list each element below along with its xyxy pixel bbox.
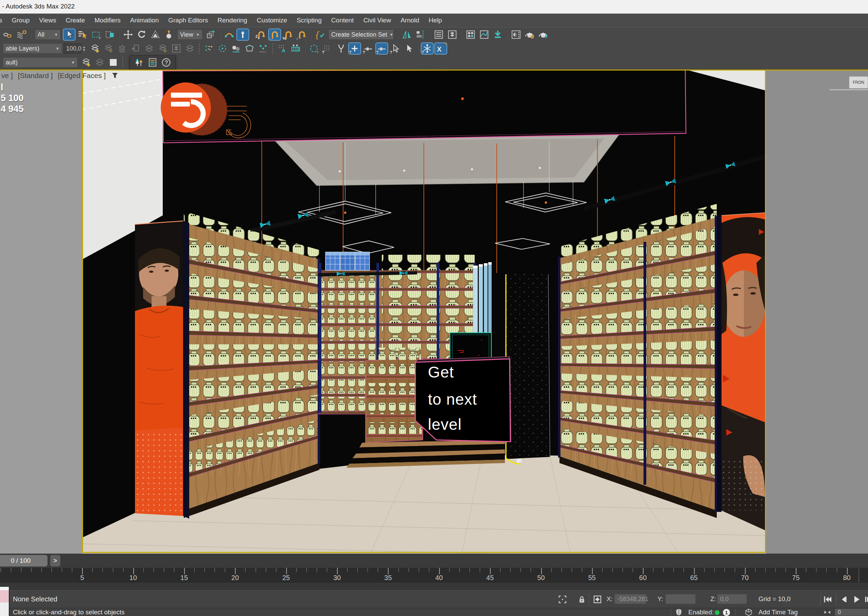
layer-stack-button[interactable] xyxy=(93,56,106,69)
array-tool-button[interactable] xyxy=(202,42,215,55)
isolate-selection-toggle[interactable] xyxy=(556,593,569,605)
macro-recorder-strip[interactable] xyxy=(0,590,9,602)
time-slider-track[interactable]: 0 / 100 > xyxy=(0,553,868,568)
value-spinner[interactable]: ▲▼ xyxy=(81,43,87,53)
y-coordinate-field[interactable] xyxy=(665,594,696,604)
selection-lock-toggle[interactable] xyxy=(576,593,588,605)
render-setup-button[interactable] xyxy=(523,28,536,41)
pick-pivot-button[interactable] xyxy=(335,42,348,55)
align-button[interactable] xyxy=(414,28,427,41)
soft-selection-button[interactable] xyxy=(307,42,320,55)
viewport-mask-left[interactable] xyxy=(0,69,82,553)
use-pivot-point-center-button[interactable] xyxy=(204,28,217,41)
mini-listener-strip[interactable] xyxy=(0,602,9,616)
freeze-override-toggle-button[interactable]: ? xyxy=(421,42,434,55)
viewport-mask-right[interactable] xyxy=(766,69,868,553)
menu-item-scripting[interactable]: Scripting xyxy=(297,17,322,24)
named-selection-sets-dropdown[interactable]: Create Selection Set▼ xyxy=(329,30,394,40)
window-crossing-toggle-button[interactable] xyxy=(103,28,116,41)
active-layer-dropdown[interactable]: ault)▼ xyxy=(3,57,78,68)
select-and-move-button[interactable] xyxy=(122,28,135,41)
toggle-layer-explorer-button[interactable] xyxy=(446,28,459,41)
menu-item-rendering[interactable]: Rendering xyxy=(218,17,248,24)
absolute-mode-transform-button[interactable] xyxy=(591,593,603,605)
previous-frame-button[interactable] xyxy=(837,593,850,605)
time-slider-handle[interactable]: 0 / 100 xyxy=(0,555,47,566)
x-override-toggle-button[interactable]: ? xyxy=(434,42,447,55)
spinner-snap-toggle-button[interactable]: ↕ xyxy=(295,28,308,41)
menu-item-group[interactable]: Group xyxy=(12,17,30,24)
menu-item-views[interactable]: Views xyxy=(39,17,56,24)
go-to-start-button[interactable] xyxy=(822,593,834,605)
menu-item-graph-editors[interactable]: Graph Editors xyxy=(168,17,208,24)
bind-to-space-warp-button[interactable] xyxy=(15,28,28,41)
menu-item-modifiers[interactable]: Modifiers xyxy=(95,17,121,24)
spacing-tool-button[interactable] xyxy=(216,42,229,55)
grid-snap-override-button[interactable]: ? xyxy=(321,42,334,55)
slider-snap-toggle-button[interactable]: ? xyxy=(375,42,388,55)
angle-snap-toggle-button[interactable]: ∟ xyxy=(268,28,281,41)
frame-number-field[interactable]: 0 xyxy=(835,608,868,616)
material-editor-button[interactable] xyxy=(509,28,522,41)
play-animation-button[interactable] xyxy=(850,593,863,605)
select-object-button[interactable] xyxy=(63,28,75,41)
perspective-viewport[interactable]: Get to next level xyxy=(82,69,766,553)
menu-item-animation[interactable]: Animation xyxy=(130,17,159,24)
menu-item-help[interactable]: Help xyxy=(429,17,442,24)
keyboard-panel-button[interactable] xyxy=(289,42,302,55)
menu-item-content[interactable]: Content xyxy=(331,17,354,24)
merge-layers-button[interactable] xyxy=(183,42,196,55)
selection-filter-dropdown[interactable]: All▼ xyxy=(35,30,61,40)
edit-poly-mode-button[interactable] xyxy=(243,42,256,55)
select-by-name-button[interactable] xyxy=(76,28,89,41)
selection-mode-button[interactable] xyxy=(403,42,415,55)
snap-add-toggle-button[interactable]: ? xyxy=(348,42,361,55)
layer-hierarchy-button[interactable] xyxy=(170,42,183,55)
layers-list-dropdown[interactable]: able Layers)▼ xyxy=(3,43,62,53)
menu-item[interactable]: s xyxy=(0,17,2,24)
snaps-toggle-button[interactable]: 25 xyxy=(255,28,268,41)
rectangular-selection-region-button[interactable] xyxy=(90,28,103,41)
menu-item-customize[interactable]: Customize xyxy=(257,17,287,24)
set-current-layer-button[interactable] xyxy=(156,42,169,55)
edit-named-selection-sets-button[interactable] xyxy=(313,28,326,41)
time-slider-advance-button[interactable]: > xyxy=(50,555,60,566)
document-report-button[interactable] xyxy=(146,56,159,69)
select-and-place-button[interactable] xyxy=(162,28,175,41)
curve-editor-button[interactable] xyxy=(478,28,490,41)
select-and-rotate-button[interactable] xyxy=(135,28,148,41)
create-layer-button[interactable] xyxy=(80,56,92,69)
select-and-scale-button[interactable] xyxy=(149,28,162,41)
track-bar[interactable]: 5101520253035404550556065707580 xyxy=(0,568,868,583)
layer-properties-button[interactable] xyxy=(129,42,142,55)
clone-and-align-button[interactable] xyxy=(230,42,243,55)
adaptive-degradation-shield-icon[interactable] xyxy=(674,608,684,616)
keyboard-shortcut-override-button[interactable] xyxy=(236,28,249,41)
select-objects-in-layer-button[interactable] xyxy=(143,42,156,55)
toggle-ribbon-button[interactable] xyxy=(464,28,477,41)
create-new-layer-button[interactable] xyxy=(88,42,101,55)
reference-coordinate-system-dropdown[interactable]: View▼ xyxy=(177,30,202,40)
frame-spinner[interactable] xyxy=(822,608,833,616)
z-coordinate-field[interactable]: 0,0 xyxy=(717,594,747,604)
viewport-edged-faces-label[interactable]: [Edged Faces ] xyxy=(58,72,106,80)
x-coordinate-field[interactable]: -58348,281 xyxy=(614,594,646,604)
select-and-link-button[interactable] xyxy=(2,28,14,41)
viewport-shading-label[interactable]: [Standard ] xyxy=(18,72,53,80)
transform-value-field[interactable]: 100,0 xyxy=(64,43,81,53)
mirror-button[interactable] xyxy=(400,28,413,41)
delete-layer-button[interactable] xyxy=(116,42,128,55)
selection-override-button[interactable]: ? xyxy=(389,42,402,55)
menu-item-arnold[interactable]: Arnold xyxy=(400,17,419,24)
menu-item-create[interactable]: Create xyxy=(66,17,85,24)
toggle-scene-explorer-button[interactable] xyxy=(432,28,445,41)
forest-tools-button[interactable] xyxy=(133,56,146,69)
select-and-manipulate-button[interactable] xyxy=(223,28,236,41)
viewport-filter-icon[interactable] xyxy=(111,72,119,80)
menu-item-civil-view[interactable]: Civil View xyxy=(363,17,391,24)
rendered-frame-window-button[interactable] xyxy=(537,28,550,41)
schematic-view-button[interactable] xyxy=(491,28,504,41)
grid-tools-button[interactable] xyxy=(257,42,269,55)
help-button[interactable] xyxy=(160,56,172,69)
autogrid-button[interactable] xyxy=(276,42,288,55)
